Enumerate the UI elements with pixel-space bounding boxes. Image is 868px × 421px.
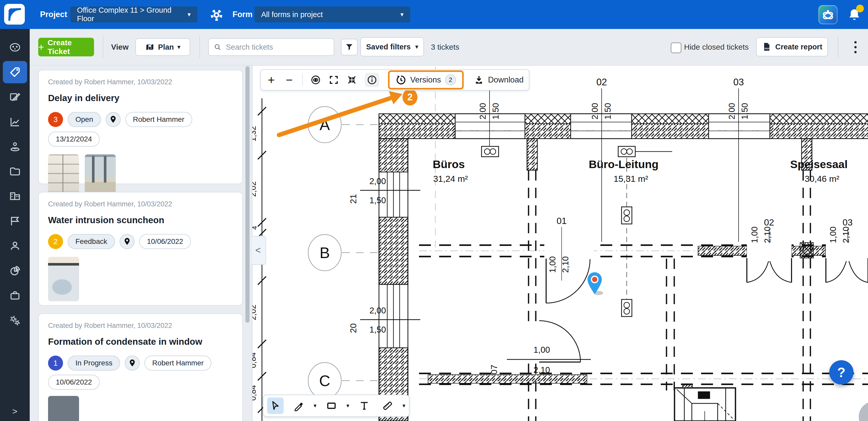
search-tickets-box	[208, 38, 334, 56]
svg-text:2,02: 2,02	[252, 305, 257, 320]
plan-viewer: 1,32 2,02 4 0,84 2,02 0,84 0,84	[252, 65, 868, 421]
zoom-in-button[interactable]: +	[266, 75, 276, 85]
sidebar-item-statistics[interactable]	[3, 111, 27, 133]
svg-text:1,00: 1,00	[548, 256, 557, 273]
project-selector[interactable]: Office Complex 11 > Ground Floor ▾	[70, 6, 197, 23]
text-tool[interactable]	[356, 397, 373, 414]
svg-text:01: 01	[557, 216, 567, 226]
svg-text:2,00: 2,00	[590, 103, 599, 119]
project-settings-gear-icon[interactable]	[209, 7, 224, 23]
create-ticket-label: Create Ticket	[48, 38, 94, 56]
svg-text:1,50: 1,50	[603, 103, 613, 119]
svg-text:1,50: 1,50	[369, 325, 386, 334]
ticket-badges: 3 Open Robert Hammer 13/12/2024	[48, 112, 233, 147]
fullscreen-button[interactable]	[329, 75, 339, 85]
help-button[interactable]: ?	[829, 360, 854, 385]
planradar-logo[interactable]	[4, 4, 25, 25]
visibility-eye-button[interactable]	[311, 75, 321, 85]
priority-badge: 2	[48, 234, 63, 249]
svg-text:2,10: 2,10	[841, 227, 851, 243]
zoom-out-button[interactable]: −	[284, 75, 294, 85]
project-label: Project	[40, 0, 67, 29]
download-label: Download	[488, 75, 524, 85]
map-pin-icon	[145, 43, 154, 52]
plan-door-07: 07 1,00 2,10	[489, 321, 591, 375]
rectangle-icon	[326, 400, 337, 411]
ticket-photo[interactable]	[48, 257, 79, 301]
briefcase-icon	[9, 290, 21, 302]
sidebar-item-documents[interactable]	[3, 160, 27, 183]
view-plan-dropdown[interactable]: Plan ▾	[135, 38, 190, 56]
hide-closed-checkbox[interactable]	[671, 43, 681, 53]
plan-window-mark-20: 20 2,00 1,50	[348, 306, 420, 334]
select-cursor-tool[interactable]	[267, 397, 284, 414]
create-report-button[interactable]: PDF Create report	[756, 37, 828, 56]
plan-info-button[interactable]	[365, 73, 379, 87]
plan-elevator	[675, 388, 736, 421]
cursor-icon	[270, 400, 281, 411]
form-selector[interactable]: All forms in project ▾	[254, 6, 410, 23]
stats-icon	[9, 116, 21, 128]
ticket-created: Created by Robert Hammer, 10/03/2022	[48, 78, 233, 86]
folder-icon	[9, 166, 21, 177]
pin-icon	[129, 359, 135, 367]
download-button[interactable]: Download	[472, 75, 524, 85]
location-pin-badge	[125, 356, 140, 371]
list-scrollbar-thumb[interactable]	[245, 66, 250, 323]
sidebar-item-flags[interactable]	[3, 210, 27, 232]
plan-door-01: 01 1,00 2,10	[546, 216, 590, 303]
callout-arrow	[274, 90, 409, 140]
ticket-card-3[interactable]: Created by Robert Hammer, 10/03/2022 For…	[38, 313, 243, 421]
pen-tool[interactable]	[290, 397, 307, 414]
measure-tool-caret[interactable]: ▾	[402, 402, 405, 409]
ticket-badges: 1 In Progress Robert Hammer	[48, 356, 233, 371]
svg-text:4: 4	[252, 226, 258, 230]
versions-button[interactable]: Versions 2	[388, 71, 464, 89]
svg-text:20: 20	[348, 323, 358, 333]
ticket-card-2[interactable]: Created by Robert Hammer, 10/03/2022 Wat…	[38, 192, 243, 306]
saved-filters-dropdown[interactable]: Saved filters ▾	[361, 37, 424, 56]
sidebar-item-tickets[interactable]	[3, 61, 27, 83]
svg-text:PDF: PDF	[765, 47, 770, 50]
notifications-button[interactable]	[845, 6, 863, 24]
chevron-down-icon: ▾	[415, 44, 418, 50]
tickets-toolbar: + Create Ticket View Plan ▾ Saved filter…	[30, 29, 868, 66]
create-report-label: Create report	[775, 43, 822, 51]
sidebar-item-plans[interactable]	[3, 86, 27, 108]
sidebar-item-projects[interactable]	[3, 185, 27, 207]
rectangle-tool[interactable]	[323, 397, 340, 414]
sidebar-item-site[interactable]	[3, 136, 27, 158]
pie-chart-icon	[9, 265, 21, 277]
create-ticket-button[interactable]: + Create Ticket	[38, 38, 94, 56]
status-badge: In Progress	[68, 356, 120, 371]
pin-icon	[124, 237, 130, 245]
fit-to-screen-button[interactable]	[347, 75, 357, 85]
ticket-photo[interactable]	[48, 396, 79, 421]
sidebar-item-case[interactable]	[3, 284, 27, 307]
collapse-panel-tab[interactable]: <	[250, 236, 266, 265]
svg-text:0,84: 0,84	[252, 353, 257, 368]
plan-window-mark-21: 21 2,00 1,50	[348, 176, 420, 205]
svg-text:2,00: 2,00	[369, 176, 386, 186]
svg-text:2,10: 2,10	[763, 227, 772, 243]
filter-button[interactable]	[341, 39, 358, 55]
ticket-card-1[interactable]: Created by Robert Hammer, 10/03/2022 Del…	[38, 70, 243, 184]
more-options-kebab[interactable]	[849, 38, 862, 56]
sidebar-item-settings[interactable]	[3, 309, 27, 332]
sidebar-item-reports[interactable]	[3, 260, 27, 282]
location-pin-badge	[120, 234, 134, 249]
svg-text:2,00: 2,00	[478, 103, 488, 119]
sidebar-item-contacts[interactable]	[3, 235, 27, 257]
pen-tool-caret[interactable]: ▾	[314, 402, 316, 409]
ticket-badges: 2 Feedback 10/06/2022	[48, 234, 233, 249]
measure-tool[interactable]	[379, 397, 396, 414]
rectangle-tool-caret[interactable]: ▾	[346, 402, 349, 409]
chevron-down-icon: ▾	[394, 11, 404, 18]
svg-text:07: 07	[489, 365, 499, 374]
sidebar-expand-chevron[interactable]: >	[0, 406, 30, 416]
ticket-map-pin[interactable]	[586, 272, 604, 297]
ticket-title: Formation of condensate in window	[48, 336, 233, 347]
sidebar-item-overview[interactable]	[3, 36, 27, 58]
search-input[interactable]	[225, 43, 329, 52]
ai-assistant-button[interactable]	[818, 5, 838, 24]
